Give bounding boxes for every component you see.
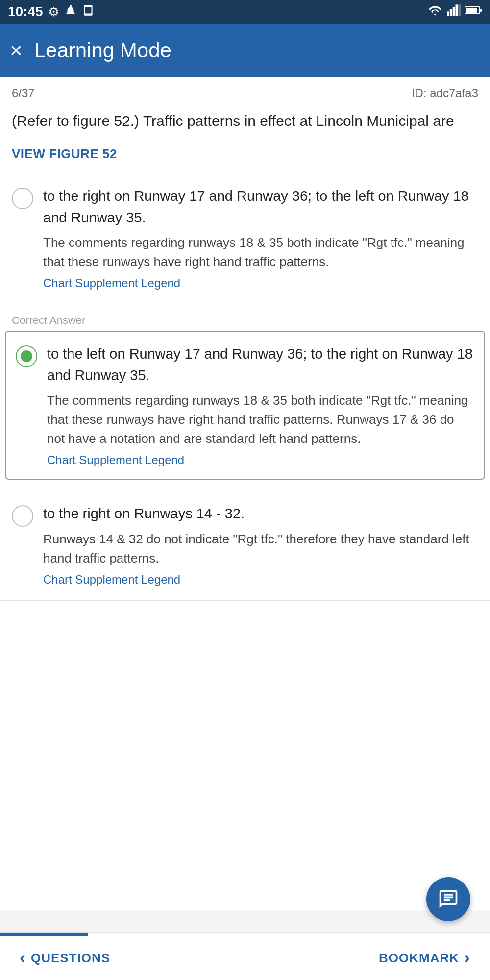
svg-rect-5 <box>453 7 455 16</box>
svg-rect-9 <box>466 8 477 13</box>
status-left: 10:45 ⚙ <box>8 4 95 20</box>
correct-answer-label: Correct Answer <box>0 304 490 331</box>
bookmark-button[interactable]: BOOKMARK › <box>379 948 470 968</box>
main-content: 6/37 ID: adc7afa3 (Refer to figure 52.) … <box>0 77 490 910</box>
wifi-icon <box>427 4 443 20</box>
app-bar-title: Learning Mode <box>34 39 172 62</box>
questions-label: QUESTIONS <box>31 951 110 966</box>
chart-supplement-link-b[interactable]: Chart Supplement Legend <box>47 453 184 466</box>
answer-content-c: to the right on Runways 14 - 32. Runways… <box>43 503 478 587</box>
battery-icon <box>465 4 482 20</box>
app-bar: × Learning Mode <box>0 24 490 77</box>
question-progress: 6/37 <box>12 86 35 100</box>
status-time: 10:45 <box>8 4 43 20</box>
answer-main-text-b: to the left on Runway 17 and Runway 36; … <box>47 343 474 386</box>
answer-option-a[interactable]: to the right on Runway 17 and Runway 36;… <box>0 172 490 304</box>
svg-rect-2 <box>85 7 91 14</box>
svg-point-0 <box>69 5 71 7</box>
answer-content-a: to the right on Runway 17 and Runway 36;… <box>43 186 478 290</box>
answer-option-c[interactable]: to the right on Runways 14 - 32. Runways… <box>0 490 490 601</box>
chart-supplement-link-a[interactable]: Chart Supplement Legend <box>43 276 180 290</box>
question-text: (Refer to figure 52.) Traffic patterns i… <box>0 105 490 142</box>
bookmark-label: BOOKMARK <box>379 951 459 966</box>
bookmark-forward-arrow: › <box>464 948 470 968</box>
question-header: 6/37 ID: adc7afa3 <box>0 77 490 105</box>
answer-explanation-a: The comments regarding runways 18 & 35 b… <box>43 233 478 271</box>
radio-c[interactable] <box>12 505 33 527</box>
notes-icon <box>438 888 459 910</box>
answer-main-text-c: to the right on Runways 14 - 32. <box>43 503 478 525</box>
svg-rect-4 <box>450 9 452 16</box>
svg-rect-6 <box>456 4 458 16</box>
signal-icon <box>447 4 461 20</box>
svg-rect-3 <box>447 11 449 16</box>
status-right <box>427 4 482 20</box>
chart-supplement-link-c[interactable]: Chart Supplement Legend <box>43 573 180 586</box>
sim-icon <box>82 4 95 20</box>
radio-b[interactable] <box>16 345 37 367</box>
questions-button[interactable]: ‹ QUESTIONS <box>20 948 110 968</box>
notification-icon <box>64 4 77 20</box>
bottom-nav-content: ‹ QUESTIONS BOOKMARK › <box>0 936 490 980</box>
answer-explanation-c: Runways 14 & 32 do not indicate "Rgt tfc… <box>43 530 478 568</box>
status-bar: 10:45 ⚙ <box>0 0 490 24</box>
radio-b-selected <box>21 350 32 362</box>
close-button[interactable]: × <box>10 38 23 63</box>
questions-back-arrow: ‹ <box>20 948 26 968</box>
answer-main-text-a: to the right on Runway 17 and Runway 36;… <box>43 186 478 228</box>
svg-rect-7 <box>458 4 461 16</box>
question-id: ID: adc7afa3 <box>412 86 478 100</box>
fab-notes[interactable] <box>426 877 470 921</box>
svg-rect-10 <box>480 9 482 12</box>
answer-content-b: to the left on Runway 17 and Runway 36; … <box>47 343 474 467</box>
view-figure-link[interactable]: VIEW FIGURE 52 <box>12 147 117 162</box>
settings-icon: ⚙ <box>48 4 59 20</box>
answer-option-b[interactable]: to the left on Runway 17 and Runway 36; … <box>5 331 485 480</box>
bottom-nav: ‹ QUESTIONS BOOKMARK › <box>0 932 490 980</box>
radio-a[interactable] <box>12 188 33 209</box>
answer-explanation-b: The comments regarding runways 18 & 35 b… <box>47 391 474 448</box>
